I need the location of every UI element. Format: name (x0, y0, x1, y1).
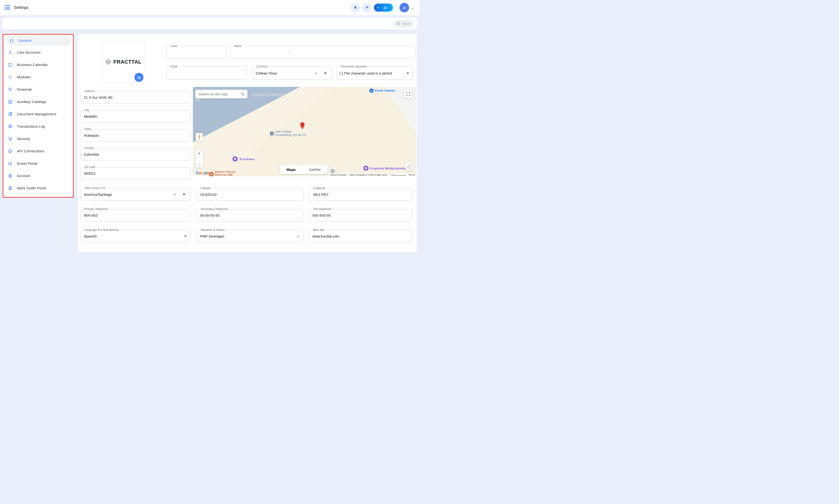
document-clock-icon (7, 111, 13, 117)
secondary-telephone-field[interactable]: Secondary Telephone 55-55-55-55 (197, 209, 303, 221)
user-plus-icon (7, 50, 13, 55)
terms-link[interactable]: Termos (408, 174, 415, 176)
home-icon (9, 38, 14, 43)
poi-pin-arenero-icon[interactable] (232, 156, 238, 162)
sidebar-item-modules[interactable]: Modules (3, 71, 73, 83)
map-search-box[interactable]: Search on the map (195, 90, 247, 98)
poi-label-cnc[interactable]: CNC Global Forwarding, SA de CV (275, 130, 306, 137)
pegman-icon (198, 134, 201, 140)
primary-telephone-field[interactable]: Primary Telephone 8547452 (81, 209, 190, 221)
poi-label-kerah[interactable]: Kerah Jewelry (375, 89, 395, 92)
calendar-icon (7, 62, 13, 67)
sidebar-item-guest-portal[interactable]: Guest Portal (3, 157, 73, 170)
map-zoom-control: + − (195, 150, 203, 168)
currency-field[interactable]: Currency Chilean Peso ✕ (252, 67, 331, 80)
sidebar-item-transactions-log[interactable]: Transactions Log (3, 120, 73, 133)
coin-dollar-icon: $ (7, 87, 13, 92)
map-view-button[interactable]: Mapa (280, 165, 302, 174)
poi-label-maison[interactable]: Maison Kayser Reforma 408 (215, 170, 236, 176)
map-attribution: Atalhos do teclado Dados cartográficos ©… (328, 173, 416, 176)
currency-chevron-down-icon[interactable] (315, 71, 318, 75)
poi-pin-maison-icon[interactable] (209, 172, 214, 176)
timezone-clear-icon[interactable]: ✕ (183, 192, 186, 197)
timezone-field[interactable]: Time zones UTC America/Santiago ✕ (81, 188, 190, 200)
poi-label-proyectos[interactable]: Proyectos Multipropósito (370, 167, 406, 170)
location-map[interactable]: de la Refo Search on the map Aicon Inter… (193, 87, 416, 176)
transactions-icon (7, 124, 13, 129)
rocket-button[interactable] (362, 3, 372, 12)
map-data-text: Dados cartográficos ©2026 Google, INEGI (349, 174, 388, 176)
save-button[interactable]: Save (393, 20, 414, 28)
change-logo-button[interactable] (134, 73, 143, 82)
red-location-marker-icon[interactable] (300, 122, 305, 129)
company-logo-card: FRACTTAL (102, 40, 145, 84)
sidebar-item-business-calendar[interactable]: Business Calendar (3, 59, 73, 71)
web-site-field[interactable]: Web Site www.fracttal.com (309, 230, 412, 242)
valuation-chevron-down-icon[interactable] (297, 234, 299, 238)
poi-pin-cnc-icon[interactable] (269, 131, 274, 136)
portal-code-icon (7, 161, 13, 166)
user-avatar[interactable]: JC (399, 3, 409, 12)
sidebar-item-auxiliary-catalogs[interactable]: Auxiliary Catalogs (3, 96, 73, 108)
settings-page: Settings ✦ AI JC Save (0, 0, 420, 252)
sidebar-item-work-order-prints[interactable]: Work Order Prints (3, 182, 73, 194)
sidebar-item-api-connections[interactable]: API Connections (3, 145, 73, 157)
notifications-button[interactable] (350, 3, 360, 12)
fullscreen-icon (406, 92, 410, 96)
timezone-chevron-down-icon[interactable] (173, 192, 176, 197)
city-field[interactable]: City Medellín (81, 110, 190, 123)
thousands-separator-field[interactable]: Thousands separator (.) The character us… (336, 67, 413, 80)
name-field[interactable]: Name ' (230, 46, 415, 58)
sidebar-item-account[interactable]: Account (3, 170, 73, 182)
fullscreen-button[interactable] (404, 90, 412, 98)
bell-icon (353, 5, 358, 10)
poi-pin-kerah-icon[interactable] (369, 88, 374, 93)
avatar-chevron-down-icon[interactable] (411, 6, 414, 11)
google-logo[interactable]: Google (196, 170, 209, 175)
thousands-dropdown-icon[interactable] (407, 73, 409, 74)
poi-pin-gray-icon[interactable] (330, 168, 335, 174)
sidebar-item-user-accounts[interactable]: User Accounts (3, 46, 73, 59)
keyboard-shortcuts-link[interactable]: Atalhos do teclado (330, 174, 346, 176)
map-type-switcher: Mapa Satélite (280, 165, 328, 174)
general-settings-panel: FRACTTAL Code Name ' Email Currency Chil… (78, 34, 417, 252)
svg-text:$: $ (10, 88, 11, 90)
save-icon (396, 22, 400, 25)
zoom-in-button[interactable]: + (198, 151, 201, 156)
zip-code-field[interactable]: Zip code 050021 (81, 167, 190, 179)
pan-arrows-icon (407, 164, 412, 169)
language-dropdown-icon[interactable] (184, 236, 187, 237)
currency-clear-icon[interactable]: ✕ (324, 71, 327, 76)
code-field[interactable]: Code (167, 46, 227, 58)
rocket-icon (364, 5, 369, 10)
sidebar-item-document-management[interactable]: Document Management (3, 108, 73, 120)
catalog-icon (7, 99, 13, 104)
ai-assistant-button[interactable]: ✦ AI (374, 3, 393, 12)
map-scale: 2 m (390, 174, 406, 176)
pegman-control[interactable] (196, 133, 203, 141)
language-field[interactable]: Language For mail delivery Spanish (81, 230, 190, 242)
menu-icon[interactable] (4, 5, 10, 10)
map-search-placeholder: Search on the map (198, 92, 241, 96)
account-icon (7, 173, 13, 178)
page-title: Settings (14, 0, 28, 15)
sidebar-item-general[interactable]: General (6, 35, 71, 46)
text-telephone-field[interactable]: Text telephone 555-555-55 (309, 209, 412, 221)
latitude-field[interactable]: Latitude 19,425102 (197, 188, 303, 200)
sidebar-item-financial[interactable]: $ Financial (3, 83, 73, 96)
state-field[interactable]: State Antioquia (81, 129, 190, 141)
poi-pin-proyectos-icon[interactable] (363, 165, 369, 171)
longitude-field[interactable]: Longitude -99,17057 (309, 188, 412, 200)
satellite-view-button[interactable]: Satélite (302, 165, 328, 174)
poi-label-arenero[interactable]: El Arenero (240, 158, 255, 161)
email-field[interactable]: Email (167, 67, 247, 80)
address-field[interactable]: Address Cl. 5 Sur #43C-80 (81, 91, 190, 104)
zoom-out-button[interactable]: − (198, 162, 201, 167)
valuation-of-stocks-field[interactable]: Valuation of Stocks PMP (Average) (197, 230, 303, 242)
sidebar-item-security[interactable]: Security (3, 133, 73, 145)
map-pan-control[interactable] (405, 162, 414, 171)
checklist-icon (7, 74, 13, 80)
poi-label-aicon[interactable]: Aicon Internacional SC (252, 93, 284, 96)
fracttal-mark-icon (105, 59, 112, 65)
country-field[interactable]: Country Colombia (81, 148, 190, 160)
